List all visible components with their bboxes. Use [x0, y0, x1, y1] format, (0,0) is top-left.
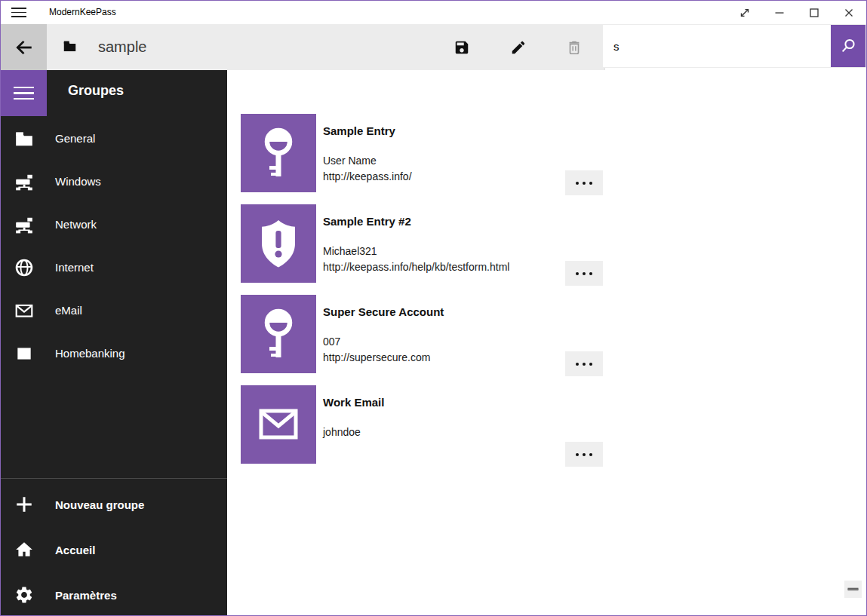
pencil-icon — [510, 39, 527, 56]
network-icon — [14, 215, 34, 234]
save-icon — [453, 39, 470, 56]
key-icon — [241, 295, 316, 373]
hamburger-button[interactable] — [1, 70, 47, 116]
entry-row-sample-entry[interactable]: Sample Entry User Name http://keepass.in… — [241, 114, 618, 197]
maximize-button[interactable] — [797, 1, 832, 24]
entry-list: Sample Entry User Name http://keepass.in… — [227, 70, 866, 615]
sidebar-item-label: Internet — [55, 261, 94, 274]
entry-row-super-secure-account[interactable]: Super Secure Account 007 http://supersec… — [241, 295, 618, 378]
ellipsis-icon — [576, 182, 579, 185]
minimize-icon — [773, 6, 786, 20]
entry-username: Michael321 — [323, 244, 509, 259]
group-list: General Windows Network Internet — [1, 117, 227, 375]
entry-tile[interactable] — [241, 295, 316, 373]
sidebar-item-internet[interactable]: Internet — [1, 246, 227, 289]
save-button[interactable] — [444, 30, 480, 65]
entry-details: 007 http://supersecure.com — [323, 334, 430, 366]
sidebar-item-new-group[interactable]: Nouveau groupe — [1, 482, 227, 527]
entry-tile[interactable] — [241, 114, 316, 192]
entry-details: Michael321 http://keepass.info/help/kb/t… — [323, 244, 509, 275]
entry-title: Super Secure Account — [323, 305, 444, 318]
entry-url: http://supersecure.com — [323, 350, 430, 366]
sidebar-item-general[interactable]: General — [1, 117, 227, 160]
sidebar-item-settings[interactable]: Paramètres — [1, 572, 227, 616]
more-options-button[interactable] — [565, 261, 603, 286]
sidebar: Groupes General Windows Network — [1, 70, 227, 615]
search-button[interactable] — [831, 25, 865, 67]
edit-button[interactable] — [500, 30, 536, 65]
entry-title: Work Email — [323, 396, 384, 409]
ellipsis-icon — [576, 363, 579, 366]
close-icon — [842, 6, 856, 20]
sidebar-item-windows[interactable]: Windows — [1, 160, 227, 203]
minus-icon — [847, 584, 859, 595]
envelope-icon — [14, 301, 34, 320]
sidebar-item-homebanking[interactable]: Homebanking — [1, 332, 227, 375]
maximize-icon — [807, 6, 821, 20]
minimize-button[interactable] — [762, 1, 797, 24]
envelope-icon — [241, 385, 316, 464]
entry-title: Sample Entry #2 — [323, 215, 411, 228]
system-menu-icon[interactable] — [11, 6, 26, 19]
entry-url: http://keepass.info/help/kb/testform.htm… — [323, 259, 509, 275]
database-folder-icon — [63, 40, 77, 56]
fullscreen-button[interactable] — [727, 1, 762, 24]
network-icon — [14, 172, 34, 192]
shield-exclamation-icon — [241, 204, 316, 283]
sidebar-item-email[interactable]: eMail — [1, 289, 227, 332]
sidebar-item-label: General — [55, 132, 95, 145]
ellipsis-icon — [576, 453, 579, 456]
app-window: ModernKeePass — [0, 0, 867, 616]
entry-url: http://keepass.info/ — [323, 169, 412, 185]
titlebar: ModernKeePass — [1, 1, 866, 24]
plus-icon — [14, 495, 34, 514]
sidebar-item-label: Windows — [55, 175, 101, 188]
gear-icon — [14, 585, 34, 605]
back-arrow-icon — [14, 38, 34, 57]
delete-button[interactable] — [556, 30, 592, 65]
sidebar-item-label: Homebanking — [55, 347, 125, 360]
entry-username: User Name — [323, 153, 412, 169]
sidebar-item-label: Paramètres — [55, 589, 117, 602]
entry-username: johndoe — [323, 424, 361, 440]
home-icon — [14, 540, 34, 559]
sidebar-item-label: Nouveau groupe — [55, 498, 144, 511]
sidebar-divider — [1, 478, 227, 479]
search-input[interactable] — [603, 25, 831, 67]
key-icon — [241, 114, 316, 192]
square-icon — [14, 344, 34, 363]
entry-row-work-email[interactable]: Work Email johndoe — [241, 385, 618, 468]
more-options-button[interactable] — [565, 351, 603, 376]
sidebar-item-label: Network — [55, 218, 97, 231]
back-button[interactable] — [1, 24, 47, 70]
more-options-button[interactable] — [565, 442, 603, 467]
close-button[interactable] — [832, 1, 866, 24]
more-options-button[interactable] — [565, 170, 603, 195]
sidebar-item-label: Accueil — [55, 544, 95, 556]
trash-icon — [566, 39, 583, 56]
entry-tile[interactable] — [241, 385, 316, 464]
entry-details: User Name http://keepass.info/ — [323, 153, 412, 185]
window-controls — [727, 1, 866, 24]
sidebar-item-label: eMail — [55, 304, 82, 317]
ellipsis-icon — [576, 272, 579, 275]
sidebar-item-home[interactable]: Accueil — [1, 527, 227, 572]
appbar: sample — [1, 24, 866, 70]
sidebar-header: Groupes — [68, 83, 124, 99]
entry-tile[interactable] — [241, 204, 316, 283]
entry-row-sample-entry-2[interactable]: Sample Entry #2 Michael321 http://keepas… — [241, 204, 618, 287]
entry-title: Sample Entry — [323, 124, 395, 137]
globe-icon — [14, 258, 34, 277]
search-icon — [839, 37, 857, 55]
database-name: sample — [98, 24, 146, 70]
entry-details: johndoe — [323, 424, 361, 440]
semantic-zoom-out-button[interactable] — [844, 581, 862, 598]
diagonal-resize-icon — [738, 6, 752, 20]
entry-username: 007 — [323, 334, 430, 350]
folder-icon — [14, 129, 34, 149]
window-title: ModernKeePass — [49, 1, 116, 24]
sidebar-item-network[interactable]: Network — [1, 203, 227, 246]
sidebar-actions: Nouveau groupe Accueil Paramètres — [1, 482, 227, 616]
